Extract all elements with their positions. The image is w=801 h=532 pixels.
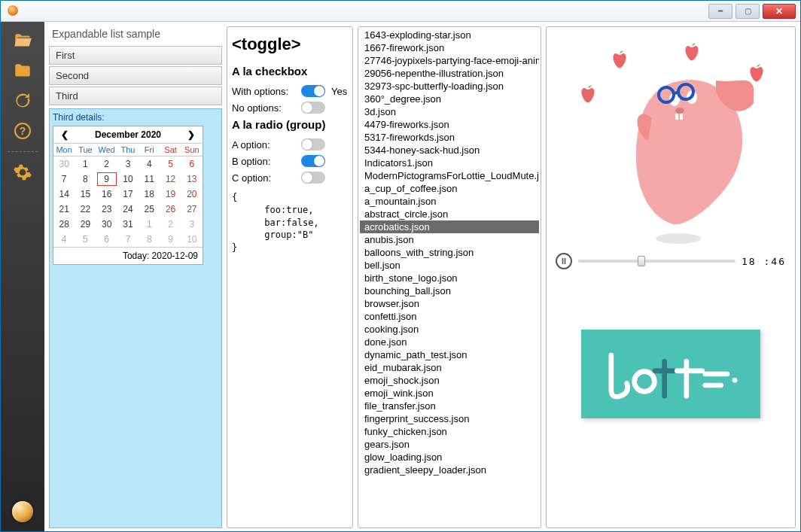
- file-list-item[interactable]: file_transfer.json: [360, 400, 539, 412]
- file-list-item[interactable]: funky_chicken.json: [360, 425, 539, 438]
- calendar-day-cell[interactable]: 24: [117, 202, 139, 217]
- file-list-item[interactable]: bounching_ball.json: [360, 284, 539, 297]
- calendar-day-cell[interactable]: 3: [117, 157, 139, 172]
- help-icon[interactable]: ?: [10, 118, 35, 144]
- calendar-day-cell[interactable]: 22: [75, 202, 96, 217]
- file-list-item[interactable]: 27746-joypixels-partying-face-emoji-anim: [360, 54, 539, 67]
- file-list-item[interactable]: 360°_degree.json: [360, 93, 539, 105]
- file-list-item[interactable]: birth_stone_logo.json: [360, 272, 539, 284]
- file-list-item[interactable]: anubis.json: [360, 233, 539, 246]
- file-list-item[interactable]: a_cup_of_coffee.json: [360, 182, 539, 195]
- calendar-day-cell[interactable]: 23: [96, 202, 117, 217]
- calendar-day-cell[interactable]: 17: [117, 187, 139, 202]
- c-option-toggle[interactable]: [301, 172, 325, 184]
- expandable-item-third[interactable]: Third: [49, 87, 222, 105]
- calendar-day-cell[interactable]: 8: [75, 172, 96, 187]
- calendar-day-cell[interactable]: 9: [96, 172, 117, 187]
- file-list-item[interactable]: fingerprint_success.json: [360, 412, 539, 425]
- calendar-day-cell[interactable]: 29: [75, 217, 96, 232]
- file-list-item[interactable]: a_mountain.json: [360, 195, 539, 208]
- calendar-day-cell[interactable]: 10: [181, 232, 203, 247]
- no-options-toggle[interactable]: [301, 102, 325, 114]
- close-button[interactable]: ✕: [763, 4, 796, 19]
- calendar-day-cell[interactable]: 6: [96, 232, 117, 247]
- calendar-day-cell[interactable]: 16: [96, 187, 117, 202]
- a-option-toggle[interactable]: [301, 138, 325, 150]
- file-list-item[interactable]: glow_loading.json: [360, 451, 539, 464]
- calendar-day-cell[interactable]: 25: [139, 202, 160, 217]
- expandable-item-second[interactable]: Second: [49, 66, 222, 85]
- file-list-item[interactable]: Indicators1.json: [360, 157, 539, 169]
- file-list-item[interactable]: 1643-exploding-star.json: [360, 29, 539, 41]
- calendar-today-label[interactable]: Today: 2020-12-09: [53, 247, 203, 264]
- folder-icon[interactable]: [10, 58, 35, 84]
- file-list-item[interactable]: confetti.json: [360, 310, 539, 323]
- progress-thumb[interactable]: [638, 256, 645, 266]
- calendar-day-cell[interactable]: 7: [53, 172, 75, 187]
- file-list-item[interactable]: 5344-honey-sack-hud.json: [360, 144, 539, 157]
- refresh-icon[interactable]: [10, 88, 35, 114]
- file-list-item[interactable]: ModernPictogramsForLottie_LoudMute.js: [360, 169, 539, 182]
- calendar-day-cell[interactable]: 5: [75, 232, 96, 247]
- file-list-item[interactable]: eid_mubarak.json: [360, 361, 539, 374]
- calendar-day-cell[interactable]: 7: [117, 232, 139, 247]
- calendar-day-cell[interactable]: 4: [139, 157, 160, 172]
- file-list-item[interactable]: 4479-fireworks.json: [360, 118, 539, 131]
- maximize-button[interactable]: ▢: [736, 4, 760, 19]
- file-list-item[interactable]: 5317-fireworkds.json: [360, 131, 539, 144]
- calendar-day-cell[interactable]: 2: [96, 157, 117, 172]
- expandable-item-first[interactable]: First: [49, 46, 222, 65]
- file-list[interactable]: 1643-exploding-star.json1667-firework.js…: [360, 29, 539, 526]
- calendar-next-month[interactable]: ❯: [184, 129, 198, 140]
- with-options-toggle[interactable]: [301, 85, 325, 97]
- calendar-day-cell[interactable]: 1: [75, 157, 96, 172]
- file-list-item[interactable]: emoji_shock.json: [360, 374, 539, 387]
- calendar-day-cell[interactable]: 30: [96, 217, 117, 232]
- calendar-day-cell[interactable]: 12: [160, 172, 181, 187]
- calendar-day-cell[interactable]: 5: [160, 157, 181, 172]
- file-list-item[interactable]: dynamic_path_test.json: [360, 348, 539, 361]
- file-list-item[interactable]: browser.json: [360, 297, 539, 310]
- calendar-day-cell[interactable]: 31: [117, 217, 139, 232]
- calendar-day-cell[interactable]: 15: [75, 187, 96, 202]
- file-list-item[interactable]: gradient_sleepy_loader.json: [360, 464, 539, 476]
- calendar-day-cell[interactable]: 18: [139, 187, 160, 202]
- file-list-item[interactable]: 3d.json: [360, 105, 539, 118]
- minimize-button[interactable]: ━: [708, 4, 732, 19]
- calendar-day-cell[interactable]: 30: [53, 157, 75, 172]
- file-list-item[interactable]: 1667-firework.json: [360, 41, 539, 54]
- gear-icon[interactable]: [10, 160, 35, 185]
- file-list-item[interactable]: 32973-spc-butterfly-loading.json: [360, 80, 539, 93]
- file-list-item[interactable]: gears.json: [360, 438, 539, 451]
- file-list-item[interactable]: cooking.json: [360, 323, 539, 336]
- calendar-day-cell[interactable]: 10: [117, 172, 139, 187]
- calendar-day-cell[interactable]: 21: [53, 202, 75, 217]
- file-list-item[interactable]: abstract_circle.json: [360, 208, 539, 220]
- calendar-day-cell[interactable]: 11: [139, 172, 160, 187]
- calendar-day-cell[interactable]: 1: [139, 217, 160, 232]
- calendar-day-cell[interactable]: 26: [160, 202, 181, 217]
- calendar-day-cell[interactable]: 8: [139, 232, 160, 247]
- calendar-day-cell[interactable]: 14: [53, 187, 75, 202]
- file-list-item[interactable]: done.json: [360, 336, 539, 348]
- file-list-item[interactable]: balloons_with_string.json: [360, 246, 539, 259]
- pause-button[interactable]: II: [556, 253, 572, 269]
- calendar-day-cell[interactable]: 9: [160, 232, 181, 247]
- calendar-prev-month[interactable]: ❮: [58, 129, 72, 140]
- file-list-item[interactable]: emoji_wink.json: [360, 387, 539, 400]
- calendar-day-cell[interactable]: 3: [181, 217, 203, 232]
- file-list-item[interactable]: 29056-nepenthe-illustration.json: [360, 67, 539, 80]
- calendar-day-cell[interactable]: 19: [160, 187, 181, 202]
- b-option-toggle[interactable]: [301, 155, 325, 167]
- file-list-item[interactable]: acrobatics.json: [360, 220, 539, 233]
- progress-slider[interactable]: [578, 260, 736, 263]
- calendar-day-cell[interactable]: 20: [181, 187, 203, 202]
- calendar-day-cell[interactable]: 27: [181, 202, 203, 217]
- calendar-day-cell[interactable]: 13: [181, 172, 203, 187]
- calendar-day-cell[interactable]: 6: [181, 157, 203, 172]
- calendar-day-cell[interactable]: 4: [53, 232, 75, 247]
- folder-open-icon[interactable]: [10, 28, 35, 53]
- calendar-day-cell[interactable]: 2: [160, 217, 181, 232]
- file-list-item[interactable]: bell.json: [360, 259, 539, 272]
- calendar-day-cell[interactable]: 28: [53, 217, 75, 232]
